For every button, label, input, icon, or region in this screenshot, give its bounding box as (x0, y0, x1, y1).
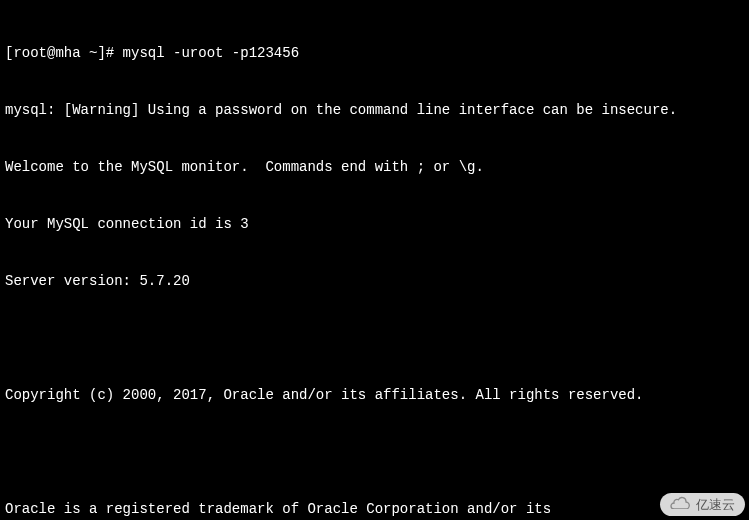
terminal-line: [root@mha ~]# mysql -uroot -p123456 (5, 44, 744, 63)
terminal-line: Your MySQL connection id is 3 (5, 215, 744, 234)
terminal-line: Welcome to the MySQL monitor. Commands e… (5, 158, 744, 177)
terminal-line: Copyright (c) 2000, 2017, Oracle and/or … (5, 386, 744, 405)
terminal-line (5, 329, 744, 348)
watermark-badge: 亿速云 (660, 493, 745, 516)
cloud-icon (670, 495, 690, 514)
terminal-line (5, 443, 744, 462)
terminal-output[interactable]: [root@mha ~]# mysql -uroot -p123456 mysq… (5, 6, 744, 520)
terminal-line: Oracle is a registered trademark of Orac… (5, 500, 744, 519)
terminal-line: mysql: [Warning] Using a password on the… (5, 101, 744, 120)
terminal-line: Server version: 5.7.20 (5, 272, 744, 291)
watermark-text: 亿速云 (696, 495, 735, 514)
